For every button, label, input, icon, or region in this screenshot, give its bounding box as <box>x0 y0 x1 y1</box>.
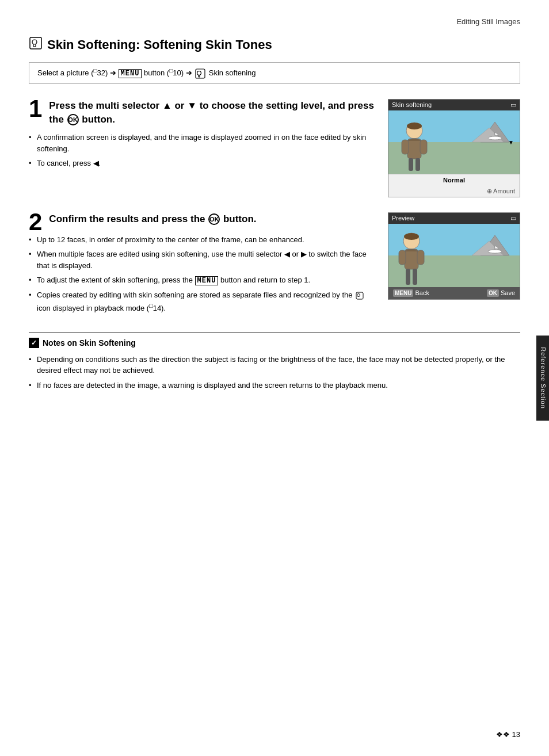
menu-button-label: MENU <box>119 69 142 78</box>
svg-rect-21 <box>420 140 427 154</box>
svg-rect-39 <box>413 269 417 285</box>
step2-left: 2 Confirm the results and press the OK b… <box>29 212 376 318</box>
svg-rect-20 <box>402 140 409 154</box>
save-text: Save <box>501 289 515 296</box>
ref2: □ <box>169 67 173 74</box>
notes-title: Notes on Skin Softening <box>43 338 136 348</box>
notes-section: ✓ Notes on Skin Softening Depending on c… <box>29 333 520 391</box>
svg-rect-36 <box>399 250 406 265</box>
svg-rect-23 <box>415 158 420 171</box>
step1-screen: Skin softening ▭ <box>388 99 520 197</box>
step2-title: Confirm the results and press the OK but… <box>49 212 376 226</box>
svg-point-30 <box>488 250 502 253</box>
step2-bullet-4: Copies created by editing with skin soft… <box>29 289 376 314</box>
svg-rect-37 <box>417 250 424 265</box>
step2-section: 2 Confirm the results and press the OK b… <box>29 212 520 318</box>
step1-bullet-2: To cancel, press ◀. <box>29 158 376 169</box>
step1-amount-label: ⊕ Amount <box>388 186 520 197</box>
step2-bullet-3: To adjust the extent of skin softening, … <box>29 274 376 286</box>
skin-softening-icon <box>29 36 43 53</box>
step2-bullets: Up to 12 faces, in order of proximity to… <box>29 234 376 314</box>
step1-screen-title: Skin softening <box>392 101 432 108</box>
header-title: Editing Still Images <box>456 17 520 26</box>
breadcrumb-end: Skin softening <box>209 68 256 77</box>
menu-back-label: MENU <box>393 289 413 297</box>
page-header: Editing Still Images <box>29 17 520 26</box>
step2-screen-title: Preview <box>392 215 414 222</box>
svg-point-18 <box>407 123 422 129</box>
ok-button-icon-step2: OK <box>208 213 220 225</box>
check-icon: ✓ <box>29 338 39 348</box>
step2-screen-topbar: Preview ▭ <box>388 213 520 224</box>
ok-save-label: OK <box>487 289 499 297</box>
ref-p14: □ <box>149 302 153 309</box>
back-text: Back <box>415 289 429 296</box>
back-action: MENU Back <box>393 289 429 297</box>
step1-section: 1 Press the multi selector ▲ or ▼ to cho… <box>29 99 520 197</box>
ok-button-icon-step1: OK <box>67 114 79 125</box>
svg-point-34 <box>404 233 419 240</box>
svg-rect-35 <box>405 249 418 269</box>
page-container: Editing Still Images Skin Softening: Sof… <box>0 0 549 756</box>
step2-screen-actions: MENU Back OK Save <box>388 287 520 299</box>
menu-label-inline: MENU <box>195 276 219 285</box>
page-dots: ❖❖ <box>496 730 510 739</box>
svg-point-14 <box>488 136 502 140</box>
svg-point-6 <box>197 71 201 75</box>
main-title: Skin Softening: Softening Skin Tones <box>29 36 520 53</box>
step2-number: 2 <box>29 210 42 234</box>
notes-bullet-1: Depending on conditions such as the dire… <box>29 354 520 376</box>
step2-camera-screen: Preview ▭ <box>388 212 520 300</box>
step1-number: 1 <box>29 97 42 121</box>
main-title-text: Skin Softening: Softening Skin Tones <box>47 37 272 52</box>
step1-left: 1 Press the multi selector ▲ or ▼ to cho… <box>29 99 376 173</box>
svg-point-1 <box>32 40 37 44</box>
notes-header: ✓ Notes on Skin Softening <box>29 338 520 348</box>
step2-bullet-2: When multiple faces are edited using ski… <box>29 249 376 271</box>
step1-screen-topbar: Skin softening ▭ <box>388 100 520 110</box>
breadcrumb-box: Select a picture (□32) ➜ MENU button (□1… <box>29 62 520 84</box>
step1-battery-icon: ▭ <box>510 101 516 109</box>
step1-bullets: A confirmation screen is displayed, and … <box>29 132 376 169</box>
save-action: OK Save <box>487 289 515 297</box>
notes-bullets: Depending on conditions such as the dire… <box>29 354 520 391</box>
step2-screen: Preview ▭ <box>388 212 520 300</box>
svg-rect-22 <box>409 158 413 171</box>
step2-battery-icon: ▭ <box>510 215 516 222</box>
page-footer: ❖❖ 13 <box>496 730 520 739</box>
svg-rect-38 <box>406 269 410 285</box>
side-tab: Reference Section <box>536 335 549 421</box>
svg-point-25 <box>357 293 360 296</box>
step2-bullet-1: Up to 12 faces, in order of proximity to… <box>29 234 376 246</box>
breadcrumb-text: Select a picture (□32) ➜ MENU button (□1… <box>37 68 256 77</box>
svg-rect-19 <box>407 139 421 159</box>
notes-bullet-2: If no faces are detected in the image, a… <box>29 380 520 391</box>
page-number: 13 <box>512 730 520 739</box>
step1-bullet-1: A confirmation screen is displayed, and … <box>29 132 376 154</box>
step2-illustration <box>388 224 520 287</box>
step1-illustration: ▼ <box>388 110 520 174</box>
svg-rect-0 <box>30 37 41 49</box>
step1-normal-label: Normal <box>388 174 520 186</box>
step1-title: Press the multi selector ▲ or ▼ to choos… <box>49 99 376 127</box>
ref1: □ <box>94 67 97 74</box>
step1-camera-screen: Skin softening ▭ <box>388 99 520 197</box>
side-tab-label: Reference Section <box>540 347 547 409</box>
